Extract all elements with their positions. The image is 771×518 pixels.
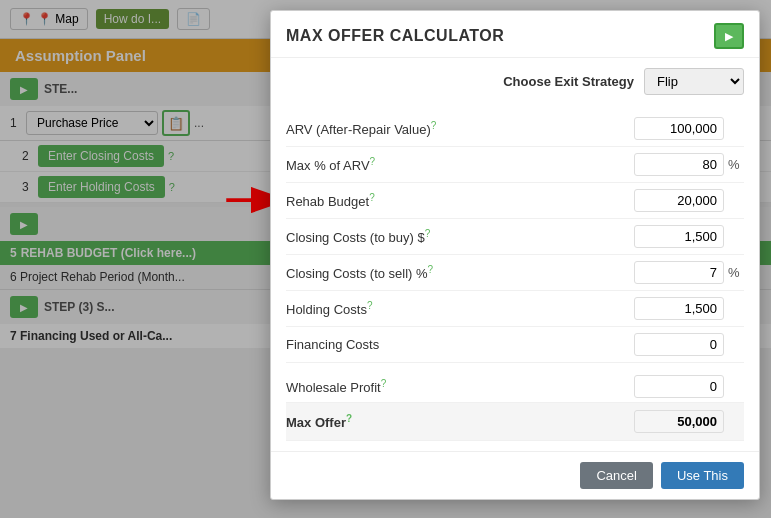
arv-label: ARV (After-Repair Value)? xyxy=(286,120,634,137)
financing-label: Financing Costs xyxy=(286,337,634,352)
closing-sell-unit: % xyxy=(728,265,744,280)
exit-strategy-select[interactable]: Flip Rental Wholesale xyxy=(644,68,744,95)
exit-strategy-label: Choose Exit Strategy xyxy=(503,74,634,89)
exit-strategy-row: Choose Exit Strategy Flip Rental Wholesa… xyxy=(286,68,744,103)
max-pct-label: Max % of ARV? xyxy=(286,156,634,173)
holding-question[interactable]: ? xyxy=(367,300,373,311)
modal-footer: Cancel Use This xyxy=(271,451,759,499)
holding-row: Holding Costs? xyxy=(286,291,744,327)
arv-input[interactable] xyxy=(634,117,724,140)
rehab-budget-label: Rehab Budget? xyxy=(286,192,634,209)
closing-buy-row: Closing Costs (to buy) $? xyxy=(286,219,744,255)
closing-sell-right: % xyxy=(634,261,744,284)
modal-body: Choose Exit Strategy Flip Rental Wholesa… xyxy=(271,58,759,451)
financing-right xyxy=(634,333,744,356)
rehab-budget-row: Rehab Budget? xyxy=(286,183,744,219)
closing-sell-row: Closing Costs (to sell) %? % xyxy=(286,255,744,291)
use-this-button[interactable]: Use This xyxy=(661,462,744,489)
closing-sell-question[interactable]: ? xyxy=(428,264,434,275)
wholesale-label: Wholesale Profit? xyxy=(286,378,634,395)
wholesale-row: Wholesale Profit? xyxy=(286,371,744,403)
max-offer-modal: MAX OFFER CALCULATOR ▶ Choose Exit Strat… xyxy=(270,10,760,500)
closing-buy-right xyxy=(634,225,744,248)
wholesale-input[interactable] xyxy=(634,375,724,398)
max-offer-label: Max Offer? xyxy=(286,413,634,430)
max-pct-question[interactable]: ? xyxy=(370,156,376,167)
max-pct-row: Max % of ARV? % xyxy=(286,147,744,183)
closing-buy-question[interactable]: ? xyxy=(425,228,431,239)
holding-input[interactable] xyxy=(634,297,724,320)
max-offer-right xyxy=(634,410,744,433)
wholesale-right xyxy=(634,375,744,398)
max-pct-unit: % xyxy=(728,157,744,172)
divider xyxy=(286,363,744,371)
arv-question[interactable]: ? xyxy=(431,120,437,131)
max-offer-row: Max Offer? xyxy=(286,403,744,441)
modal-video-button[interactable]: ▶ xyxy=(714,23,744,49)
max-pct-input[interactable] xyxy=(634,153,724,176)
modal-header: MAX OFFER CALCULATOR ▶ xyxy=(271,11,759,58)
max-offer-input[interactable] xyxy=(634,410,724,433)
arv-row: ARV (After-Repair Value)? xyxy=(286,111,744,147)
closing-buy-input[interactable] xyxy=(634,225,724,248)
closing-sell-input[interactable] xyxy=(634,261,724,284)
financing-input[interactable] xyxy=(634,333,724,356)
rehab-question[interactable]: ? xyxy=(369,192,375,203)
max-pct-right: % xyxy=(634,153,744,176)
rehab-input[interactable] xyxy=(634,189,724,212)
holding-right xyxy=(634,297,744,320)
modal-title: MAX OFFER CALCULATOR xyxy=(286,27,504,45)
financing-row: Financing Costs xyxy=(286,327,744,363)
arv-right xyxy=(634,117,744,140)
holding-label: Holding Costs? xyxy=(286,300,634,317)
max-offer-question[interactable]: ? xyxy=(346,413,352,424)
closing-sell-label: Closing Costs (to sell) %? xyxy=(286,264,634,281)
modal-play-icon: ▶ xyxy=(725,30,733,43)
cancel-button[interactable]: Cancel xyxy=(580,462,652,489)
closing-buy-label: Closing Costs (to buy) $? xyxy=(286,228,634,245)
wholesale-question[interactable]: ? xyxy=(381,378,387,389)
rehab-right xyxy=(634,189,744,212)
